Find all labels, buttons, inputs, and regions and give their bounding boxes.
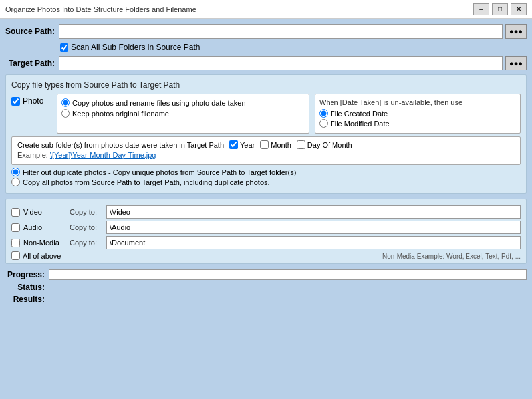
non-media-label: Non-Media — [23, 239, 70, 247]
progress-row: Progress: — [5, 269, 527, 280]
file-modified-date-label: File Modified Date — [331, 120, 390, 128]
progress-bar — [49, 269, 527, 280]
dup-radio-1: Filter out duplicate photos - Copy uniqu… — [11, 168, 521, 176]
title-bar: Organize Photos Into Date Structure Fold… — [0, 0, 532, 19]
source-path-row: Source Path: ●●● — [5, 24, 527, 39]
photo-options-left: Copy photos and rename files using photo… — [57, 94, 309, 134]
target-path-row: Target Path: ●●● — [5, 56, 527, 70]
file-modified-date-radio[interactable] — [319, 119, 328, 128]
audio-path-input[interactable] — [106, 221, 521, 234]
video-label: Video — [23, 208, 70, 216]
status-label: Status: — [5, 283, 49, 292]
photo-options-right: When [Date Taken] is un-available, then … — [315, 94, 521, 134]
copy-panel: Copy file types from Source Path to Targ… — [5, 74, 527, 194]
month-checkbox[interactable] — [260, 140, 269, 149]
duplicate-section: Filter out duplicate photos - Copy uniqu… — [11, 168, 521, 186]
subfolder-label: Create sub-folder(s) from photos date we… — [17, 141, 224, 149]
dup-radio-2: Copy all photos from Source Path to Targ… — [11, 178, 521, 186]
photo-radio-row-2: Keep photos original filename — [61, 109, 305, 118]
photo-radio-rename[interactable] — [61, 98, 70, 107]
photo-label[interactable]: Photo — [11, 96, 43, 106]
audio-checkbox[interactable] — [11, 223, 20, 232]
filter-dup-label: Filter out duplicate photos - Copy uniqu… — [23, 168, 296, 176]
audio-row: Audio Copy to: — [11, 221, 521, 234]
non-media-hint: Non-Media Example: Word, Excel, Text, Pd… — [382, 253, 521, 260]
video-row: Video Copy to: — [11, 205, 521, 219]
photo-date-options: When [Date Taken] is un-available, then … — [315, 94, 521, 134]
non-media-checkbox[interactable] — [11, 239, 20, 247]
target-path-label: Target Path: — [5, 59, 59, 68]
photo-radio-row-1: Copy photos and rename files using photo… — [61, 98, 305, 107]
scan-subfolder-row: Scan All Sub Folders in Source Path — [60, 43, 527, 52]
file-created-date-radio[interactable] — [319, 109, 328, 118]
source-path-label: Source Path: — [5, 27, 59, 36]
example-text: Example: \[Year]\Year-Month-Day-Time.jpg — [17, 151, 515, 159]
file-created-date-label: File Created Date — [331, 110, 388, 118]
all-above-row: All of above Non-Media Example: Word, Ex… — [11, 251, 521, 260]
filter-dup-radio[interactable] — [11, 168, 20, 176]
scan-subfolder-label: Scan All Sub Folders in Source Path — [71, 43, 200, 52]
year-checkbox[interactable] — [229, 140, 238, 149]
non-media-path-input[interactable] — [106, 236, 521, 249]
video-path-input[interactable] — [106, 205, 521, 219]
restore-button[interactable]: □ — [492, 3, 508, 15]
all-above-checkbox[interactable] — [11, 251, 20, 260]
copy-all-label: Copy all photos from Source Path to Targ… — [23, 178, 270, 186]
progress-label: Progress: — [5, 270, 49, 279]
copy-all-radio[interactable] — [11, 178, 20, 186]
example-path: \[Year]\Year-Month-Day-Time.jpg — [50, 151, 156, 159]
photo-radio-original[interactable] — [61, 109, 70, 118]
target-path-input[interactable] — [59, 56, 503, 70]
window-title: Organize Photos Into Date Structure Fold… — [5, 5, 196, 13]
video-checkbox[interactable] — [11, 208, 20, 217]
results-row: Results: — [5, 295, 527, 304]
copy-panel-title: Copy file types from Source Path to Targ… — [11, 80, 521, 90]
source-path-input[interactable] — [59, 24, 503, 39]
photo-radio-original-label: Keep photos original filename — [72, 110, 169, 118]
day-checkbox[interactable] — [297, 140, 305, 149]
month-check-label[interactable]: Month — [260, 140, 291, 149]
scan-subfolder-checkbox[interactable] — [60, 43, 68, 52]
photo-section: Photo Copy photos and rename files using… — [11, 94, 521, 134]
minimize-button[interactable]: – — [473, 3, 489, 15]
media-rows: Video Copy to: Audio Copy to: Non-Media … — [11, 205, 521, 260]
photo-checkbox[interactable] — [11, 97, 20, 106]
day-check-label[interactable]: Day Of Month — [297, 140, 352, 149]
all-above-label[interactable]: All of above — [11, 251, 61, 260]
when-unavailable-label: When [Date Taken] is un-available, then … — [319, 98, 516, 106]
progress-section: Progress: Status: Results: — [5, 269, 527, 304]
status-row: Status: — [5, 283, 527, 292]
close-button[interactable]: ✕ — [511, 3, 527, 15]
non-media-row: Non-Media Copy to: — [11, 236, 521, 249]
source-browse-button[interactable]: ●●● — [505, 24, 527, 39]
photo-radio-rename-label: Copy photos and rename files using photo… — [72, 99, 246, 107]
file-created-date-row: File Created Date — [319, 109, 516, 118]
target-browse-button[interactable]: ●●● — [505, 56, 527, 70]
main-content: Source Path: ●●● Scan All Sub Folders in… — [0, 19, 532, 399]
subfolder-row: Create sub-folder(s) from photos date we… — [17, 140, 515, 149]
subfolder-options: Create sub-folder(s) from photos date we… — [11, 136, 521, 165]
year-check-label[interactable]: Year — [229, 140, 255, 149]
audio-label: Audio — [23, 223, 70, 231]
file-modified-date-row: File Modified Date — [319, 119, 516, 128]
media-panel: Video Copy to: Audio Copy to: Non-Media … — [5, 199, 527, 264]
window-controls: – □ ✕ — [473, 3, 527, 15]
photo-checkbox-col: Photo — [11, 94, 51, 134]
results-label: Results: — [5, 295, 49, 304]
